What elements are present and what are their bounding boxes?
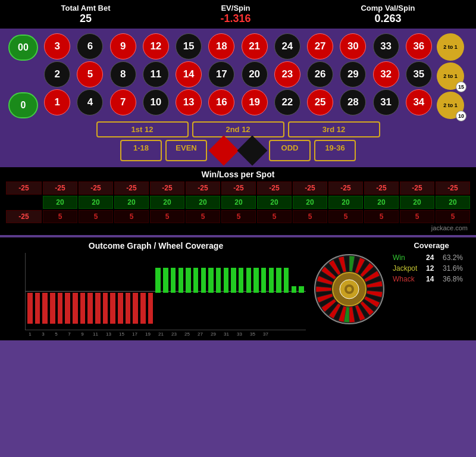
number-cell-23[interactable]: 23 bbox=[274, 61, 300, 87]
bar-pos-25 bbox=[208, 268, 214, 293]
bar-neg-16 bbox=[140, 293, 146, 324]
bar-22 bbox=[185, 255, 192, 330]
ev-spin-label: EV/Spin bbox=[220, 4, 250, 12]
bet-row-12: 1st 12 2nd 12 3rd 12 bbox=[7, 121, 469, 137]
bar-33 bbox=[268, 255, 275, 330]
number-cell-12[interactable]: 12 bbox=[143, 33, 169, 60]
bar-label-19: 19 bbox=[145, 331, 151, 337]
wl-r1-c8: -25 bbox=[293, 181, 327, 195]
number-cell-25[interactable]: 25 bbox=[307, 89, 333, 115]
wl-r3-c3: 5 bbox=[114, 210, 149, 223]
bar-28 bbox=[230, 255, 237, 330]
wl-r3-c6: 5 bbox=[221, 210, 256, 223]
bar-label-4 bbox=[47, 331, 52, 337]
number-cell-27[interactable]: 27 bbox=[307, 33, 333, 60]
number-cell-2[interactable]: 2 bbox=[44, 61, 70, 87]
bar-37 bbox=[298, 255, 305, 330]
bar-30 bbox=[245, 255, 252, 330]
number-cell-33[interactable]: 33 bbox=[373, 33, 399, 60]
number-cell-7[interactable]: 7 bbox=[110, 89, 136, 115]
number-cell-15[interactable]: 15 bbox=[176, 33, 202, 60]
btn-1st12[interactable]: 1st 12 bbox=[96, 121, 189, 137]
bar-label-15: 15 bbox=[119, 331, 124, 337]
coverage-win-num: 24 bbox=[426, 253, 439, 262]
number-cell-20[interactable]: 20 bbox=[242, 61, 268, 87]
wl-r3-c1: 5 bbox=[43, 210, 77, 223]
total-amt-bet-label: Total Amt Bet bbox=[61, 4, 110, 12]
bar-pos-20 bbox=[171, 268, 176, 293]
bar-8 bbox=[80, 255, 86, 330]
coverage-title: Coverage bbox=[393, 241, 470, 250]
bar-pos-18 bbox=[155, 268, 161, 293]
coverage-win-pct: 63.2% bbox=[443, 253, 463, 262]
wl-r2-c3: 20 bbox=[150, 196, 184, 209]
number-cell-17[interactable]: 17 bbox=[208, 61, 234, 87]
side-btn-bot[interactable]: 2 to 1 10 bbox=[437, 92, 464, 119]
bar-26 bbox=[215, 255, 222, 330]
number-cell-3[interactable]: 3 bbox=[44, 33, 70, 60]
bar-label-10 bbox=[86, 331, 92, 337]
btn-odd[interactable]: ODD bbox=[269, 140, 311, 161]
number-cell-22[interactable]: 22 bbox=[274, 89, 300, 115]
bar-pos-33 bbox=[269, 268, 274, 293]
btn-3rd12[interactable]: 3rd 12 bbox=[288, 121, 380, 137]
number-cell-18[interactable]: 18 bbox=[208, 33, 234, 60]
number-cell-35[interactable]: 35 bbox=[406, 61, 432, 87]
number-cell-31[interactable]: 31 bbox=[373, 89, 399, 115]
btn-even[interactable]: EVEN bbox=[165, 140, 207, 161]
wl-r3-c5: 5 bbox=[186, 210, 220, 223]
number-cell-30[interactable]: 30 bbox=[340, 33, 366, 60]
number-cell-16[interactable]: 16 bbox=[208, 89, 234, 115]
bar-label-3: 3 bbox=[40, 331, 46, 337]
wl-r1-c7: -25 bbox=[257, 181, 292, 195]
number-cell-10[interactable]: 10 bbox=[143, 89, 169, 115]
bar-pos-21 bbox=[178, 268, 184, 293]
number-cell-1[interactable]: 1 bbox=[44, 89, 70, 115]
number-cell-5[interactable]: 5 bbox=[77, 61, 103, 87]
number-cell-29[interactable]: 29 bbox=[340, 61, 366, 87]
total-amt-bet-col: Total Amt Bet 25 bbox=[61, 4, 110, 25]
side-btn-mid[interactable]: 2 to 1 15 bbox=[437, 62, 464, 90]
bar-25 bbox=[208, 255, 214, 330]
number-cell-26[interactable]: 26 bbox=[307, 61, 333, 87]
bar-pos-28 bbox=[231, 268, 236, 293]
bar-14 bbox=[125, 255, 131, 330]
number-cell-14[interactable]: 14 bbox=[176, 61, 202, 87]
number-cell-34[interactable]: 34 bbox=[406, 89, 432, 115]
number-cell-6[interactable]: 6 bbox=[77, 33, 103, 60]
number-cell-32[interactable]: 32 bbox=[373, 61, 399, 87]
black-diamond[interactable] bbox=[237, 136, 268, 166]
wl-r2-c5: 20 bbox=[221, 196, 256, 209]
btn-1-18[interactable]: 1-18 bbox=[120, 140, 162, 161]
number-cell-9[interactable]: 9 bbox=[110, 33, 136, 60]
number-cell-13[interactable]: 13 bbox=[176, 89, 202, 115]
btn-2nd12[interactable]: 2nd 12 bbox=[192, 121, 284, 137]
double-zero[interactable]: 00 bbox=[8, 35, 38, 61]
btn-19-36[interactable]: 19-36 bbox=[314, 140, 356, 161]
number-cell-11[interactable]: 11 bbox=[143, 61, 169, 87]
bar-label-8 bbox=[73, 331, 79, 337]
number-cell-28[interactable]: 28 bbox=[340, 89, 366, 115]
number-cell-4[interactable]: 4 bbox=[77, 89, 103, 115]
bar-label-34 bbox=[243, 331, 249, 337]
number-cell-24[interactable]: 24 bbox=[274, 33, 300, 60]
bar-label-32 bbox=[230, 331, 236, 337]
red-diamond[interactable] bbox=[209, 136, 239, 166]
number-cell-36[interactable]: 36 bbox=[406, 33, 432, 60]
number-cell-19[interactable]: 19 bbox=[242, 89, 268, 115]
wl-r1-c3: -25 bbox=[114, 181, 149, 195]
total-amt-bet-value: 25 bbox=[61, 12, 110, 25]
bar-32 bbox=[261, 255, 267, 330]
number-cell-21[interactable]: 21 bbox=[242, 33, 268, 60]
number-cell-8[interactable]: 8 bbox=[110, 61, 136, 87]
bar-label-14 bbox=[112, 331, 118, 337]
bar-neg-3 bbox=[42, 293, 48, 324]
coverage-jackpot-label: Jackpot bbox=[393, 264, 422, 273]
zero[interactable]: 0 bbox=[8, 92, 38, 118]
bar-neg-15 bbox=[133, 293, 138, 324]
wl-r3-c0: -25 bbox=[6, 210, 42, 223]
side-btn-top[interactable]: 2 to 1 bbox=[437, 33, 464, 61]
bar-label-25: 25 bbox=[184, 331, 190, 337]
wl-r2-c11: 20 bbox=[436, 196, 470, 209]
bar-13 bbox=[117, 255, 124, 330]
